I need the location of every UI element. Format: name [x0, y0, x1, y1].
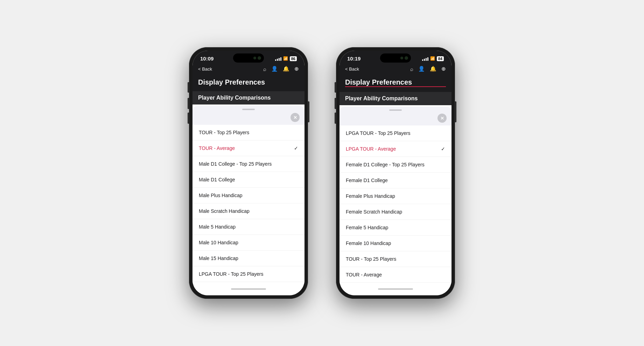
page-title-left: Display Preferences [198, 78, 299, 86]
back-button-left[interactable]: < Back [198, 66, 212, 72]
home-bar-right [340, 286, 451, 295]
list-item[interactable]: Female 10 Handicap [340, 236, 451, 251]
list-item-label: TOUR - Average [199, 145, 235, 151]
list-item[interactable]: Male 5 Handicap [192, 219, 304, 235]
volume-buttons-right [335, 98, 336, 124]
page-subtitle-right: Player Ability Comparisons [340, 92, 451, 105]
di-sensor-right [400, 57, 403, 59]
list-item[interactable]: LPGA TOUR - Average✓ [340, 141, 451, 157]
home-indicator-right [378, 288, 413, 290]
sheet-header-right: ✕ [340, 112, 451, 125]
close-button-right[interactable]: ✕ [438, 114, 447, 123]
bell-icon-left[interactable]: 🔔 [283, 66, 289, 72]
list-item-label: Female Plus Handicap [346, 193, 395, 199]
sheet-handle-right [389, 109, 402, 111]
list-item[interactable]: Male D1 College - Top 25 Players [192, 156, 304, 172]
list-item-label: Male D1 College [199, 177, 235, 182]
list-item[interactable]: Male 10 Handicap [192, 235, 304, 251]
list-item[interactable]: Male 15 Handicap [192, 251, 304, 266]
back-button-right[interactable]: < Back [345, 66, 359, 72]
bell-icon-right[interactable]: 🔔 [430, 66, 436, 72]
person-icon-right[interactable]: 👤 [418, 66, 425, 72]
wifi-icon-left: 📶 [283, 56, 288, 61]
status-icons-left: 📶 86 [275, 56, 297, 61]
list-item[interactable]: Female Scratch Handicap [340, 204, 451, 220]
list-item[interactable]: Male Scratch Handicap [192, 203, 304, 219]
list-item-label: Female 10 Handicap [346, 240, 391, 246]
home-bar-left [192, 286, 304, 295]
sheet-list-left[interactable]: TOUR - Top 25 PlayersTOUR - Average✓Male… [192, 125, 304, 286]
sheet-handle-bar-left [192, 106, 304, 111]
list-item-label: Female D1 College [346, 178, 388, 183]
page-subtitle-left: Player Ability Comparisons [192, 91, 304, 104]
status-time-right: 10:19 [347, 56, 360, 62]
person-icon-left[interactable]: 👤 [271, 66, 278, 72]
home-indicator-left [231, 288, 266, 290]
screen-left: 10:09 📶 86 < Back ⌕ 👤 🔔 ⊕ [192, 51, 304, 295]
phone-right: 10:19 📶 84 < Back ⌕ 👤 🔔 ⊕ [336, 47, 455, 299]
power-button-left [308, 101, 309, 122]
list-item-label: Male 15 Handicap [199, 255, 238, 261]
tab-indicator-right [345, 86, 446, 87]
list-item-label: Male Scratch Handicap [199, 208, 250, 214]
status-time-left: 10:09 [200, 56, 214, 62]
dynamic-island-right [380, 53, 411, 63]
sheet-handle-bar-right [340, 107, 451, 112]
nav-icons-left: ⌕ 👤 🔔 ⊕ [263, 66, 299, 72]
di-camera [258, 56, 261, 60]
list-item-label: Female 5 Handicap [346, 225, 388, 230]
page-header-right: Display Preferences [340, 75, 451, 92]
list-item[interactable]: Female Plus Handicap [340, 188, 451, 204]
list-item[interactable]: Male Plus Handicap [192, 188, 304, 203]
status-icons-right: 📶 84 [422, 56, 444, 61]
list-item-label: Male D1 College - Top 25 Players [199, 161, 272, 167]
phone-left: 10:09 📶 86 < Back ⌕ 👤 🔔 ⊕ [189, 47, 308, 299]
list-item[interactable]: TOUR - Average✓ [192, 140, 304, 156]
list-item[interactable]: TOUR - Top 25 Players [192, 125, 304, 140]
list-item-label: Female D1 College - Top 25 Players [346, 162, 425, 167]
list-item-label: TOUR - Top 25 Players [199, 130, 249, 135]
close-button-left[interactable]: ✕ [290, 113, 300, 122]
list-item-label: LPGA TOUR - Top 25 Players [199, 271, 263, 277]
checkmark-icon: ✓ [441, 146, 445, 152]
list-item[interactable]: LPGA TOUR - Top 25 Players [192, 266, 304, 282]
list-item[interactable]: Female D1 College - Top 25 Players [340, 157, 451, 173]
nav-icons-right: ⌕ 👤 🔔 ⊕ [410, 66, 446, 72]
list-item-label: Female Scratch Handicap [346, 209, 402, 215]
list-item[interactable]: TOUR - Top 25 Players [340, 251, 451, 267]
di-camera-right [405, 56, 408, 60]
sheet-list-right[interactable]: LPGA TOUR - Top 25 PlayersLPGA TOUR - Av… [340, 125, 451, 286]
search-icon-left[interactable]: ⌕ [263, 66, 266, 72]
page-content-left: Display Preferences Player Ability Compa… [192, 75, 304, 295]
dynamic-island-left [233, 53, 264, 63]
list-item[interactable]: Female D1 College [340, 173, 451, 188]
signal-icon-right [422, 57, 428, 61]
di-sensor [253, 57, 256, 59]
plus-icon-right[interactable]: ⊕ [441, 66, 446, 72]
signal-icon-left [275, 57, 281, 61]
list-item-label: TOUR - Average [346, 272, 382, 277]
battery-right: 84 [437, 56, 444, 61]
wifi-icon-right: 📶 [430, 56, 435, 61]
list-item-label: Male 10 Handicap [199, 240, 238, 245]
page-content-right: Display Preferences Player Ability Compa… [340, 75, 451, 295]
plus-icon-left[interactable]: ⊕ [294, 66, 299, 72]
page-title-right: Display Preferences [345, 78, 446, 86]
list-item[interactable]: Male D1 College [192, 172, 304, 188]
list-item[interactable]: LPGA TOUR - Top 25 Players [340, 125, 451, 141]
list-item[interactable]: Female 5 Handicap [340, 220, 451, 236]
sheet-header-left: ✕ [192, 111, 304, 125]
screen-right: 10:19 📶 84 < Back ⌕ 👤 🔔 ⊕ [340, 51, 451, 295]
list-item-label: Male 5 Handicap [199, 224, 236, 230]
list-item-label: LPGA TOUR - Average [346, 146, 396, 152]
nav-bar-right: < Back ⌕ 👤 🔔 ⊕ [340, 64, 451, 75]
bottom-sheet-left: ✕ TOUR - Top 25 PlayersTOUR - Average✓Ma… [192, 106, 304, 295]
nav-bar-left: < Back ⌕ 👤 🔔 ⊕ [192, 64, 304, 75]
sheet-handle-left [242, 109, 255, 110]
search-icon-right[interactable]: ⌕ [410, 66, 413, 72]
bottom-sheet-right: ✕ LPGA TOUR - Top 25 PlayersLPGA TOUR - … [340, 107, 451, 295]
list-item-label: TOUR - Top 25 Players [346, 256, 396, 262]
battery-left: 86 [290, 56, 297, 61]
list-item-label: LPGA TOUR - Top 25 Players [346, 130, 410, 136]
list-item[interactable]: TOUR - Average [340, 267, 451, 283]
